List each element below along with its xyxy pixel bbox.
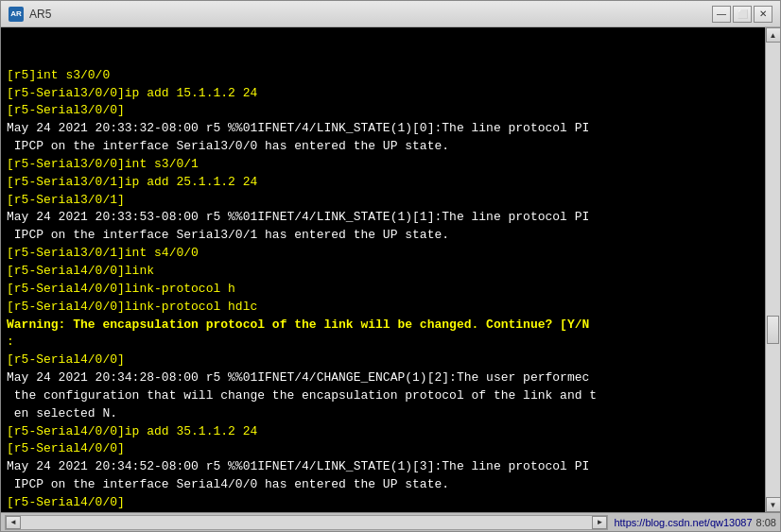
close-button[interactable]: ✕ [754,6,772,23]
terminal-line: Warning: The encapsulation protocol of t… [7,317,759,335]
terminal-line: May 24 2021 20:33:53-08:00 r5 %%01IFNET/… [7,209,759,227]
status-bar: ◄ ► https://blog.csdn.net/qw13087 8:08 [1,512,780,531]
terminal-line: May 24 2021 20:33:32-08:00 r5 %%01IFNET/… [7,120,759,138]
terminal-line: [r5-Serial4/0/0] [7,440,759,458]
terminal-line: IPCP on the interface Serial4/0/0 has en… [7,476,759,494]
scroll-down-button[interactable]: ▼ [766,497,781,512]
terminal-line: [r5-Serial3/0/1]ip add 25.1.1.2 24 [7,174,759,192]
scroll-left-button[interactable]: ◄ [6,516,21,529]
window: AR AR5 — ⬜ ✕ [r5]int s3/0/0[r5-Serial3/0… [0,0,781,532]
terminal-line: May 24 2021 20:34:28-08:00 r5 %%01IFNET/… [7,369,759,387]
scroll-track-y[interactable] [766,43,780,497]
terminal-line: [r5-Serial3/0/0] [7,102,759,120]
scroll-right-button[interactable]: ► [592,516,607,529]
terminal-line: [r5-Serial3/0/0]ip add 15.1.1.2 24 [7,85,759,103]
terminal-line: [r5-Serial3/0/0]int s3/0/1 [7,156,759,174]
title-bar: AR AR5 — ⬜ ✕ [1,1,780,27]
window-title: AR5 [29,8,51,21]
terminal-line: May 24 2021 20:34:52-08:00 r5 %%01IFNET/… [7,458,759,476]
status-url: https://blog.csdn.net/qw13087 [614,517,752,528]
minimize-button[interactable]: — [712,6,731,23]
terminal-line: en selected N. [7,405,759,423]
terminal-line: IPCP on the interface Serial3/0/0 has en… [7,138,759,156]
terminal-container: [r5]int s3/0/0[r5-Serial3/0/0]ip add 15.… [1,27,780,512]
terminal-line: : [7,334,759,352]
terminal-line: [r5-Serial4/0/0]link-protocol h [7,281,759,299]
restore-button[interactable]: ⬜ [733,6,752,23]
title-bar-left: AR AR5 [9,7,51,22]
terminal-output[interactable]: [r5]int s3/0/0[r5-Serial3/0/0]ip add 15.… [1,27,765,512]
vertical-scrollbar[interactable]: ▲ ▼ [765,27,780,512]
scroll-track-x[interactable] [21,516,592,529]
terminal-line: [r5-Serial3/0/1] [7,192,759,210]
status-time: 8:08 [756,517,776,528]
terminal-line: [r5-Serial4/0/0] [7,352,759,369]
scroll-thumb-y[interactable] [767,316,779,344]
terminal-line: [r5-Serial4/0/0]link [7,263,759,281]
terminal-line: [r5]int s3/0/0 [7,67,759,85]
terminal-line: [r5-Serial4/0/0]ip add 35.1.1.2 24 [7,423,759,441]
terminal-line: [r5-Serial4/0/0] [7,494,759,512]
scroll-up-button[interactable]: ▲ [766,27,781,43]
terminal-line: IPCP on the interface Serial3/0/1 has en… [7,227,759,245]
terminal-line: [r5-Serial3/0/1]int s4/0/0 [7,245,759,263]
terminal-line: [r5-Serial4/0/0]link-protocol hdlc [7,299,759,317]
window-controls: — ⬜ ✕ [712,6,772,23]
app-icon: AR [9,7,24,22]
horizontal-scrollbar[interactable]: ◄ ► [5,515,608,530]
terminal-line: the configuration that will change the e… [7,387,759,405]
